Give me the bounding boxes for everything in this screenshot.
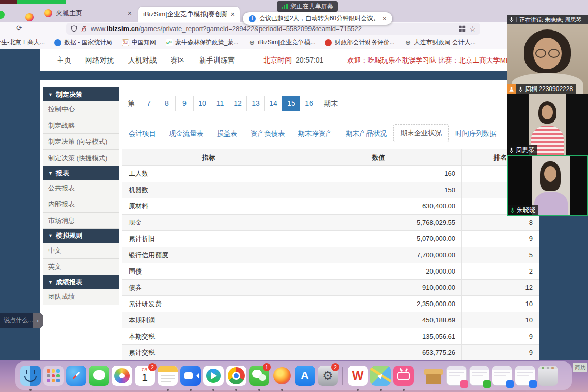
dock-tencent-meeting[interactable] (179, 365, 201, 387)
dock-app-store[interactable]: A (294, 365, 316, 387)
dock-package-installer[interactable] (422, 365, 444, 387)
sidebar-item-public-reports[interactable]: 公共报表 (43, 180, 119, 196)
dock-minimized-window-meeting-1[interactable] (491, 365, 513, 387)
sidebar-section-scores[interactable]: ▼成绩报表 (43, 275, 119, 289)
nav-item-network-match[interactable]: 网络对抗 (85, 56, 114, 65)
period-15-selected[interactable]: 15 (282, 96, 300, 111)
tab-time-series[interactable]: 时间序列数据 (449, 125, 503, 143)
collapse-chevron-button[interactable]: ‹ (33, 313, 43, 328)
dock-finder[interactable] (19, 365, 41, 387)
participant-video-zhuxiaoxiao-speaking[interactable]: 朱晓晓 (507, 155, 588, 216)
browser-tab-home[interactable]: 火狐主页 × (39, 4, 137, 22)
qr-grid-icon[interactable] (459, 25, 466, 32)
dock-minimized-window-wechat[interactable] (468, 365, 490, 387)
dock-wps-office[interactable]: W (347, 365, 368, 387)
participant-name: 周桐 2230902228 (525, 85, 573, 94)
sidebar-item-team-score[interactable]: 团队成绩 (43, 289, 119, 305)
period-9[interactable]: 9 (175, 96, 194, 111)
shield-icon[interactable] (71, 25, 77, 32)
dock-launchpad[interactable] (42, 365, 64, 387)
report-tabs: 会计项目 现金流量表 损益表 资产负债表 期末净资产 期末产品状况 期末企业状况… (122, 124, 539, 143)
period-12[interactable]: 12 (229, 96, 247, 111)
participant-label: 周思琴 (507, 145, 537, 155)
sidebar-item-rules-en[interactable]: 英文 (43, 259, 119, 275)
bookmark-item[interactable]: ⊕iBizSim|企业竞争模... (248, 38, 315, 47)
nav-item-home[interactable]: 主页 (57, 56, 71, 65)
dock-notes[interactable] (157, 365, 178, 387)
dock-calendar[interactable]: 7月12 (134, 365, 156, 387)
period-11[interactable]: 11 (211, 96, 229, 111)
bookmark-item[interactable]: ⊕大连市财政局 会计人... (405, 38, 476, 47)
traffic-light-green[interactable] (0, 11, 5, 19)
sidebar-item-rules-cn[interactable]: 中文 (43, 243, 119, 259)
bookmark-item[interactable]: 数据 - 国家统计局 (54, 38, 112, 47)
sidebar-item-control-center[interactable]: 控制中心 (43, 101, 119, 117)
tab-balance-sheet[interactable]: 资产负债表 (244, 125, 292, 143)
tab-close-icon[interactable]: × (128, 9, 132, 17)
participant-video-zhoutong[interactable]: 周桐 2230902228 (507, 24, 588, 94)
sidebar-item-internal-reports[interactable]: 内部报表 (43, 196, 119, 213)
tab-cash-flow[interactable]: 现金流量表 (163, 125, 210, 143)
host-person-icon (507, 84, 516, 94)
dock-messages[interactable] (88, 365, 110, 387)
globe-favicon: ⊕ (405, 39, 412, 46)
sidebar-section-decisions[interactable]: ▼制定决策 (43, 87, 119, 101)
avatar (534, 192, 568, 216)
dock-bilibili[interactable] (392, 365, 414, 387)
dock-system-settings[interactable]: ⚙2 (317, 365, 338, 387)
sidebar-section-reports[interactable]: ▼报表 (43, 166, 119, 180)
dock-wechat[interactable]: 1 (248, 365, 270, 387)
sidebar-item-decision-quick[interactable]: 制定决策 (快捷模式) (43, 150, 119, 166)
period-13[interactable]: 13 (246, 96, 265, 111)
tab-close-icon[interactable]: × (231, 10, 235, 18)
sharing-label: 您正在共享屏幕 (291, 2, 333, 11)
toast-close-icon[interactable]: × (383, 15, 387, 22)
url-text[interactable]: www.ibizsim.cn/games/private_report?game… (91, 25, 455, 33)
period-10[interactable]: 10 (193, 96, 211, 111)
nav-item-zone[interactable]: 赛区 (171, 56, 185, 65)
sidebar-item-market-news[interactable]: 市场消息 (43, 213, 119, 229)
tab-accounting-items[interactable]: 会计项目 (122, 125, 163, 143)
participant-video-zhousiqin[interactable]: 周思琴 (507, 94, 588, 155)
dock-minimized-window-meeting-2[interactable] (514, 365, 536, 387)
tab-product-status[interactable]: 期末产品状况 (339, 125, 393, 143)
dock-minimized-window-bilibili[interactable] (445, 365, 467, 387)
meeting-video-panel: 正在讲话: 朱晓晓; 周思琴 周桐 2230902228 (507, 15, 588, 216)
period-8[interactable]: 8 (158, 96, 176, 111)
bookmark-item[interactable]: 财政部会计财务评价... (325, 38, 394, 47)
sidebar-section-rules[interactable]: ▼模拟规则 (43, 229, 119, 243)
nav-item-training[interactable]: 新手训练营 (199, 56, 235, 65)
tab-net-assets[interactable]: 期末净资产 (292, 125, 339, 143)
time-value: 20:57:01 (296, 56, 324, 64)
nav-item-vs-ai[interactable]: 人机对战 (128, 56, 157, 65)
dock-chrome[interactable] (225, 365, 247, 387)
sidebar-item-decision-wizard[interactable]: 制定决策 (向导模式) (43, 134, 119, 150)
period-7[interactable]: 7 (140, 96, 158, 111)
caret-down-icon: ▼ (48, 280, 53, 285)
running-dot (212, 389, 214, 391)
insecure-lock-icon[interactable] (81, 25, 87, 32)
time-label: 北京时间 (263, 56, 292, 64)
dock-trash[interactable] (537, 365, 559, 387)
dock-safari[interactable] (65, 365, 87, 387)
period-16[interactable]: 16 (300, 96, 318, 111)
bookmark-item[interactable]: 知中国知网 (122, 38, 156, 47)
bookmark-item[interactable]: 学生-北京工商大... (0, 38, 45, 47)
firefox-pinned-tab-icon[interactable] (25, 13, 34, 21)
tab-enterprise-status-active[interactable]: 期末企业状况 (393, 124, 449, 142)
chat-input[interactable]: 说点什么... (0, 316, 33, 325)
avatar (542, 105, 553, 119)
dock-maps[interactable] (369, 365, 391, 387)
browser-tab-active[interactable]: iBizSim|企业竞争模拟|赛创新港 × (138, 7, 240, 22)
bilibili-mini-icon (460, 380, 468, 388)
reload-icon[interactable]: ⟳ (16, 24, 22, 32)
bookmark-item[interactable]: u**蒙牛森林保护政策_蒙... (166, 38, 239, 47)
dock-firefox[interactable] (271, 365, 293, 387)
bookmark-star-icon[interactable]: ☆ (469, 25, 476, 33)
dock-photos[interactable] (111, 365, 133, 387)
period-final[interactable]: 期末 (318, 96, 344, 111)
period-14[interactable]: 14 (264, 96, 283, 111)
sidebar-item-strategy[interactable]: 制定战略 (43, 117, 119, 134)
tab-income-statement[interactable]: 损益表 (210, 125, 244, 143)
dock-tencent-video[interactable] (202, 365, 224, 387)
